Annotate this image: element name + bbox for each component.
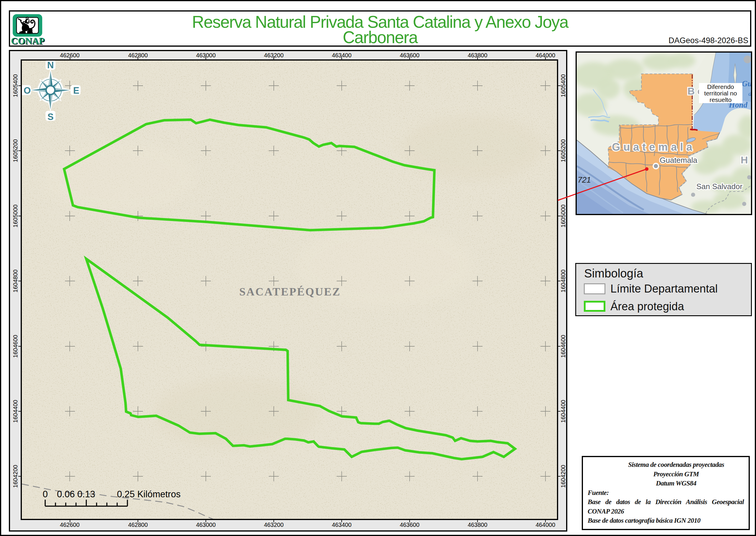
svg-text:SACATEPÉQUEZ: SACATEPÉQUEZ <box>239 285 341 298</box>
svg-text:Ho: Ho <box>740 154 752 165</box>
svg-text:0.25 Kilómetros: 0.25 Kilómetros <box>117 489 180 499</box>
svg-text:0.13: 0.13 <box>78 489 95 499</box>
svg-text:territorial no: territorial no <box>704 90 737 97</box>
svg-text:Diferendo: Diferendo <box>707 83 734 90</box>
svg-text:Guatemala: Guatemala <box>660 156 698 165</box>
svg-text:resuelto: resuelto <box>709 96 732 103</box>
svg-text:0.06: 0.06 <box>57 489 75 499</box>
svg-text:Guatemala: Guatemala <box>612 141 695 153</box>
svg-text:Gu: Gu <box>742 79 752 88</box>
svg-text:E: E <box>73 85 79 96</box>
svg-text:San Salvador: San Salvador <box>696 182 742 191</box>
svg-text:N: N <box>47 61 54 70</box>
svg-text:0: 0 <box>43 489 47 499</box>
svg-text:S: S <box>47 112 54 122</box>
svg-text:d: d <box>748 90 752 97</box>
svg-text:721: 721 <box>578 176 591 184</box>
svg-text:O: O <box>24 85 31 96</box>
